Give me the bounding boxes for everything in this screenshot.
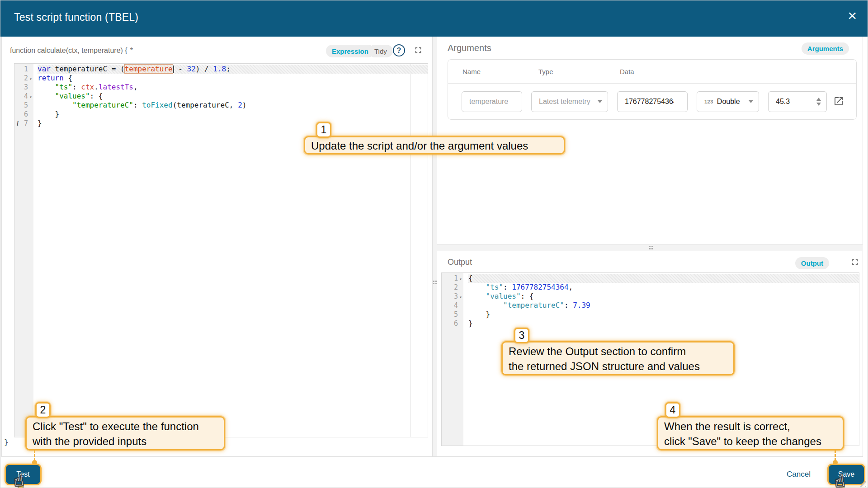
arguments-table: Name Type Data temperature Latest teleme… [448, 59, 857, 120]
tidy-button[interactable]: Tidy [368, 45, 393, 57]
callout-4-number: 4 [665, 402, 680, 418]
callout-2-connector [34, 450, 35, 460]
expression-badge[interactable]: Expression [326, 45, 374, 57]
horizontal-splitter[interactable] [437, 244, 863, 251]
script-editor-gutter[interactable]: 12▾34▾56i7 [14, 64, 33, 437]
script-code-editor[interactable]: 12▾34▾56i7 var temperatureC = (temperatu… [14, 63, 428, 437]
number-type-icon: 123 [704, 99, 713, 104]
dialog-footer: Test Cancel Save [0, 457, 868, 488]
fullscreen-icon[interactable] [850, 257, 860, 267]
open-in-new-icon[interactable] [833, 96, 844, 107]
chevron-down-icon [598, 100, 602, 103]
chevron-down-icon [749, 100, 753, 103]
column-header-data: Data [620, 68, 634, 75]
callout-3: Review the Output section to confirm the… [501, 341, 735, 375]
number-stepper[interactable] [816, 98, 821, 106]
argument-name-field[interactable]: temperature [462, 91, 522, 112]
pointer-cursor-icon: ☝ [834, 472, 845, 488]
callout-2-number: 2 [35, 402, 51, 418]
value-type-select[interactable]: 123 Double [697, 91, 759, 112]
callout-2: Click "Test" to execute the function wit… [25, 416, 225, 450]
callout-4-connector [835, 450, 836, 460]
callout-2-dot [32, 460, 37, 465]
signature-closing-brace: } [4, 438, 9, 446]
test-script-dialog: Test script function (TBEL) × function c… [0, 0, 868, 488]
splitter-handle-icon[interactable] [433, 281, 434, 282]
script-code[interactable]: var temperatureC = (temperature - 32) / … [33, 64, 428, 437]
timestamp-input[interactable]: 1767782754364 [617, 91, 688, 112]
arguments-badge: Arguments [802, 42, 849, 55]
function-signature: function calculate(ctx, temperature) {* [10, 47, 133, 55]
dialog-title: Test script function (TBEL) [14, 11, 138, 23]
required-marker: * [130, 47, 133, 54]
column-header-type: Type [538, 68, 553, 75]
splitter-handle-icon[interactable] [649, 246, 651, 247]
argument-type-select[interactable]: Latest telemetry [531, 91, 608, 112]
callout-3-number: 3 [514, 328, 529, 343]
output-heading: Output [448, 258, 472, 267]
callout-4-dot [833, 460, 838, 465]
column-header-name: Name [462, 68, 481, 75]
step-up-icon[interactable] [816, 98, 821, 101]
fullscreen-icon[interactable] [413, 45, 423, 55]
arguments-heading: Arguments [448, 43, 491, 53]
vertical-splitter[interactable] [433, 37, 437, 457]
step-down-icon[interactable] [816, 103, 821, 106]
callout-1: Update the script and/or the argument va… [304, 136, 565, 155]
table-header-divider [448, 83, 856, 84]
dialog-header: Test script function (TBEL) × [0, 0, 868, 37]
callout-4: When the result is correct, click "Save"… [657, 416, 844, 450]
pointer-cursor-icon: ☝ [13, 471, 24, 488]
value-input[interactable]: 45.3 [768, 91, 827, 112]
output-badge: Output [795, 257, 829, 269]
close-icon[interactable]: × [848, 8, 857, 23]
help-icon[interactable]: ? [393, 44, 405, 56]
cancel-button[interactable]: Cancel [787, 465, 811, 484]
output-editor-gutter: 1▾23▾456 [442, 273, 463, 446]
callout-1-number: 1 [316, 122, 331, 138]
